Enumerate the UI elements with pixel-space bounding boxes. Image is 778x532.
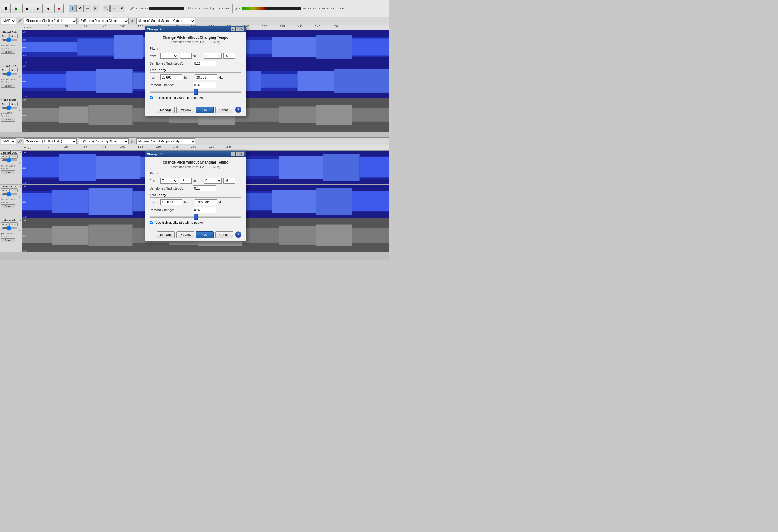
track-info-4: ono, 44100Hz2-bit float <box>1 164 21 170</box>
skip-end-button[interactable]: ⏭ <box>44 4 53 13</box>
record-button[interactable]: ● <box>54 4 64 13</box>
change-pitch-dialog-1: Change Pitch – □ ✕ Change Pitch without … <box>145 26 246 116</box>
track-gain-5[interactable] <box>2 194 17 195</box>
track-gain-4[interactable] <box>2 159 17 161</box>
dialog-title-1: Change Pitch <box>147 27 167 31</box>
freq-from-input-1[interactable] <box>160 74 182 80</box>
zoom-out-tool[interactable]: ↔ <box>110 5 118 12</box>
hq-checkbox-2[interactable] <box>150 221 153 224</box>
ok-button-2[interactable]: OK <box>196 231 214 238</box>
driver-select-2[interactable]: MME <box>1 139 16 144</box>
channels-select-1[interactable]: 2 (Stereo) Recording Chann... <box>79 18 129 24</box>
track-select-btn-3[interactable]: Select <box>1 118 15 122</box>
tools-toolbar: I ✥ ✏ 🔊 🔍 ↔ ✱ <box>69 4 125 13</box>
track-gain-6[interactable] <box>2 227 17 229</box>
from-octave-input-1[interactable] <box>180 53 191 59</box>
svg-rect-27 <box>88 105 133 125</box>
track-select-btn-6[interactable]: Select <box>1 238 15 242</box>
zoom-tool[interactable]: 🔊 <box>92 5 99 12</box>
percent-input-1[interactable] <box>193 82 216 88</box>
device-toolbar-2: MME 🎤 Microphone (Realtek Audio) 2 (Ster… <box>0 138 389 145</box>
to-note-select-1[interactable]: E <box>204 53 222 59</box>
track-controls-6: Audio Track ✕ Mute Solo L R ght, 44100Hz… <box>0 219 22 252</box>
stop-button[interactable]: ■ <box>22 4 32 13</box>
selection-tool[interactable]: I <box>69 5 76 12</box>
svg-rect-46 <box>360 157 389 177</box>
preview-button-2[interactable]: Preview <box>176 231 194 238</box>
track-select-btn-1[interactable]: Select <box>1 50 15 54</box>
ok-button-1[interactable]: OK <box>196 106 214 113</box>
timeline-ruler-2: ▼ -15 0 :15 :30 :45 1:00 1:15 1:30 1:45 … <box>0 145 389 151</box>
track-controls-5: L-+.04S +.1S ✕ Mute Solo L R ono, 44100H… <box>0 184 22 218</box>
semitones-input-2[interactable] <box>193 185 216 191</box>
track-close-2[interactable]: ✕ <box>19 65 21 68</box>
help-button-1[interactable]: ? <box>235 106 241 113</box>
track-select-btn-5[interactable]: Select <box>1 204 15 208</box>
dialog-body-2: Change Pitch without Changing Tempo Esti… <box>145 157 246 230</box>
cancel-button-1[interactable]: Cancel <box>216 106 233 113</box>
track-close-5[interactable]: ✕ <box>19 185 21 188</box>
freq-to-input-2[interactable] <box>195 199 217 205</box>
skip-start-button[interactable]: ⏮ <box>33 4 43 13</box>
zoom-in-tool[interactable]: 🔍 <box>103 5 110 12</box>
pitch-slider-1[interactable] <box>150 91 241 93</box>
from-octave-input-2[interactable] <box>180 178 191 183</box>
hz-label-1: Hz <box>219 76 223 79</box>
cancel-button-2[interactable]: Cancel <box>216 231 233 238</box>
freq-from-input-2[interactable] <box>160 199 182 205</box>
dialog-close-1[interactable]: ✕ <box>240 27 244 31</box>
channels-select-2[interactable]: 2 (Stereo) Recording Chann... <box>79 139 129 144</box>
draw-tool[interactable]: ✏ <box>84 5 91 12</box>
svg-rect-50 <box>52 189 88 213</box>
input-device-select-1[interactable]: Microphone (Realtek Audio) <box>24 18 77 24</box>
dialog-header-2: Change Pitch without Changing Tempo <box>150 160 241 164</box>
dialog-titlebar-1[interactable]: Change Pitch – □ ✕ <box>145 26 246 32</box>
pitch-slider-2[interactable] <box>150 216 241 218</box>
track-select-btn-4[interactable]: Select <box>1 170 15 174</box>
to-label-1: to <box>193 54 202 58</box>
track-gain-3[interactable] <box>2 107 17 109</box>
track-select-btn-2[interactable]: Select <box>1 84 15 88</box>
envelope-tool[interactable]: ✥ <box>76 5 84 12</box>
svg-rect-32 <box>279 106 315 124</box>
from-note-select-2[interactable]: E <box>160 178 178 183</box>
dialog-maximize-1[interactable]: □ <box>236 27 240 31</box>
track-controls-2: L-+.04S +.1S ✕ Mute Solo L R ono, 44100H… <box>0 64 22 98</box>
to-octave-input-2[interactable] <box>223 178 235 183</box>
help-button-2[interactable]: ? <box>235 231 241 238</box>
semitones-input-1[interactable] <box>193 61 216 66</box>
hq-checkbox-1[interactable] <box>150 96 153 99</box>
fit-tool[interactable]: ✱ <box>118 5 125 12</box>
preview-button-1[interactable]: Preview <box>176 106 194 113</box>
percent-input-2[interactable] <box>193 207 216 213</box>
dialog-titlebar-buttons-1: – □ ✕ <box>231 27 244 31</box>
track-close-4[interactable]: ✕ <box>19 151 21 154</box>
freq-to-input-1[interactable] <box>195 74 217 80</box>
dialog-close-2[interactable]: ✕ <box>240 152 244 156</box>
manage-button-1[interactable]: Manage <box>157 106 175 113</box>
output-device-select-1[interactable]: Microsoft Sound Mapper - Output <box>136 18 196 24</box>
track-gain-2[interactable] <box>2 73 17 75</box>
track-close-1[interactable]: ✕ <box>19 31 21 34</box>
track-info-2: ono, 44100Hz2-bit float <box>1 78 21 84</box>
play-button[interactable]: ▶ <box>12 4 21 13</box>
dialog-minimize-2[interactable]: – <box>231 152 235 156</box>
svg-rect-56 <box>272 189 316 213</box>
from-note-select-1[interactable]: E <box>160 53 178 59</box>
svg-rect-33 <box>316 105 353 125</box>
svg-rect-4 <box>114 35 143 59</box>
to-octave-input-1[interactable] <box>223 53 235 59</box>
pause-button[interactable]: ⏸ <box>1 4 11 13</box>
dialog-maximize-2[interactable]: □ <box>236 152 240 156</box>
manage-button-2[interactable]: Manage <box>157 231 175 238</box>
driver-select-1[interactable]: MME <box>1 18 16 24</box>
svg-rect-49 <box>22 193 52 210</box>
to-note-select-2[interactable]: E <box>204 178 222 183</box>
track-gain-1[interactable] <box>2 39 17 41</box>
output-device-select-2[interactable]: Microsoft Sound Mapper - Output <box>136 139 196 144</box>
dialog-minimize-1[interactable]: – <box>231 27 235 31</box>
input-device-select-2[interactable]: Microphone (Realtek Audio) <box>24 139 77 144</box>
track-close-6[interactable]: ✕ <box>19 219 21 222</box>
dialog-titlebar-2[interactable]: Change Pitch – □ ✕ <box>145 151 246 157</box>
track-close-3[interactable]: ✕ <box>19 99 21 101</box>
